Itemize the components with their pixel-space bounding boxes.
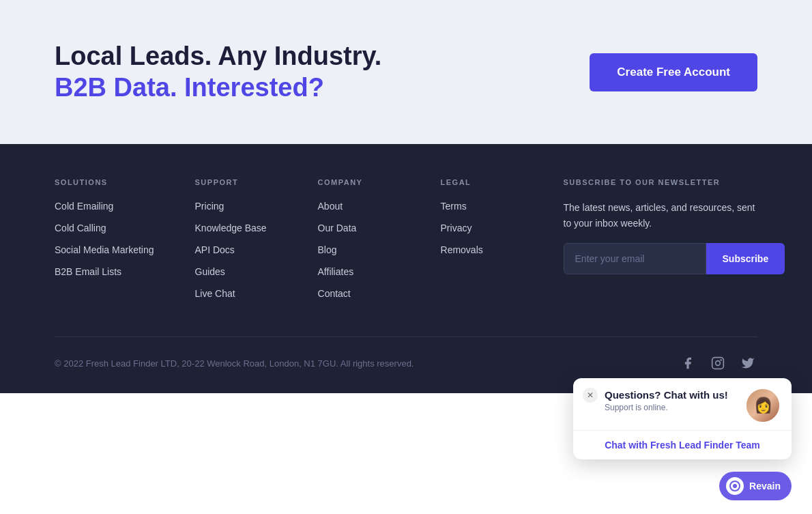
link-our-data[interactable]: Our Data: [318, 223, 357, 233]
instagram-icon[interactable]: [708, 354, 727, 373]
link-live-chat[interactable]: Live Chat: [195, 288, 235, 299]
company-links: About Our Data Blog Affiliates Contact: [318, 200, 400, 300]
newsletter-heading: Subscribe To Our Newsletter: [564, 178, 757, 186]
footer-solutions-col: Solutions Cold Emailing Cold Calling Soc…: [55, 178, 154, 309]
solutions-heading: Solutions: [55, 178, 154, 186]
link-social-media-marketing[interactable]: Social Media Marketing: [55, 244, 154, 255]
legal-links: Terms Privacy Removals: [441, 200, 523, 256]
social-links: [678, 354, 757, 373]
link-removals[interactable]: Removals: [441, 244, 483, 255]
link-affiliates[interactable]: Affiliates: [318, 266, 354, 277]
svg-point-2: [720, 359, 722, 361]
link-b2b-email-lists[interactable]: B2B Email Lists: [55, 266, 121, 277]
facebook-icon[interactable]: [678, 354, 697, 373]
link-privacy[interactable]: Privacy: [441, 223, 472, 233]
chat-widget-text: Questions? Chat with us! Support is onli…: [605, 389, 728, 393]
solutions-links: Cold Emailing Cold Calling Social Media …: [55, 200, 154, 278]
footer-top: Solutions Cold Emailing Cold Calling Soc…: [55, 178, 757, 337]
link-contact[interactable]: Contact: [318, 288, 351, 299]
newsletter-email-input[interactable]: [564, 243, 706, 274]
footer-legal-col: Legal Terms Privacy Removals: [441, 178, 523, 309]
twitter-icon[interactable]: [738, 354, 757, 373]
link-terms[interactable]: Terms: [441, 201, 467, 212]
newsletter-description: The latest news, articles, and resources…: [564, 200, 757, 231]
create-account-button[interactable]: Create Free Account: [590, 53, 757, 91]
chat-widget-header: Questions? Chat with us! Support is onli…: [573, 378, 792, 393]
link-cold-emailing[interactable]: Cold Emailing: [55, 201, 113, 212]
footer-bottom: © 2022 Fresh Lead Finder LTD, 20-22 Wenl…: [55, 337, 757, 373]
chat-widget-title: Questions? Chat with us!: [605, 389, 728, 393]
legal-heading: Legal: [441, 178, 523, 186]
link-blog[interactable]: Blog: [318, 244, 337, 255]
footer-company-col: Company About Our Data Blog Affiliates C…: [318, 178, 400, 309]
newsletter-subscribe-button[interactable]: Subscribe: [706, 243, 785, 274]
support-heading: Support: [195, 178, 277, 186]
agent-avatar-img: 👩: [746, 389, 779, 393]
link-about[interactable]: About: [318, 201, 343, 212]
chat-widget: ✕ Questions? Chat with us! Support is on…: [573, 378, 792, 393]
footer: Solutions Cold Emailing Cold Calling Soc…: [0, 144, 812, 393]
hero-banner: Local Leads. Any Industry. B2B Data. Int…: [0, 0, 812, 144]
link-knowledge-base[interactable]: Knowledge Base: [195, 223, 267, 233]
agent-avatar: 👩: [746, 389, 779, 393]
copyright-text: © 2022 Fresh Lead Finder LTD, 20-22 Wenl…: [55, 358, 414, 369]
footer-newsletter-col: Subscribe To Our Newsletter The latest n…: [564, 178, 757, 309]
svg-rect-0: [712, 358, 724, 369]
svg-point-1: [716, 361, 721, 366]
newsletter-form: Subscribe: [564, 243, 757, 274]
link-pricing[interactable]: Pricing: [195, 201, 224, 212]
hero-text: Local Leads. Any Industry. B2B Data. Int…: [55, 41, 381, 103]
link-api-docs[interactable]: API Docs: [195, 244, 235, 255]
hero-heading: Local Leads. Any Industry. B2B Data. Int…: [55, 41, 381, 103]
link-guides[interactable]: Guides: [195, 266, 225, 277]
link-cold-calling[interactable]: Cold Calling: [55, 223, 106, 233]
support-links: Pricing Knowledge Base API Docs Guides L…: [195, 200, 277, 300]
company-heading: Company: [318, 178, 400, 186]
footer-support-col: Support Pricing Knowledge Base API Docs …: [195, 178, 277, 309]
